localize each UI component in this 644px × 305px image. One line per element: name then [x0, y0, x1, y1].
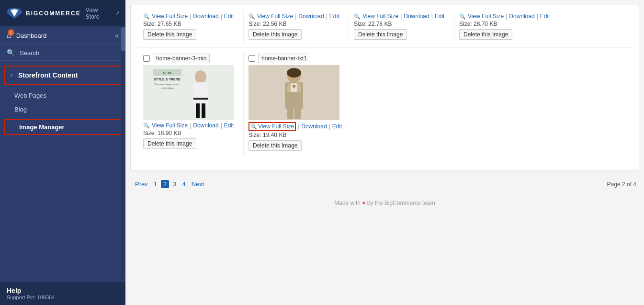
- sidebar-scroll-thumb: [121, 27, 125, 51]
- view-full-size-4[interactable]: View Full Size: [468, 13, 504, 20]
- download-4[interactable]: Download: [509, 13, 534, 20]
- main-content: 🔍 View Full Size | Download | Edit Size:…: [125, 0, 644, 305]
- image-manager-label: Image Manager: [19, 124, 65, 131]
- edit-1[interactable]: Edit: [224, 13, 234, 20]
- image-links-3: 🔍 View Full Size | Download | Edit: [354, 13, 449, 20]
- image-checkbox-5[interactable]: [143, 55, 150, 62]
- help-label: Help: [7, 287, 119, 294]
- delete-btn-1[interactable]: Delete this Image: [143, 29, 196, 40]
- external-link-icon: ↗: [115, 10, 120, 16]
- image-cell-4: 🔍 View Full Size | Download | Edit Size:…: [454, 10, 560, 45]
- storefront-arrow-icon: ‹: [11, 72, 12, 79]
- download-6[interactable]: Download: [301, 123, 327, 130]
- image-links-4: 🔍 View Full Size | Download | Edit: [459, 13, 555, 20]
- delete-btn-2[interactable]: Delete this Image: [249, 29, 302, 40]
- storefront-content-section: ‹ Storefront Content: [4, 66, 122, 85]
- image-links-1: 🔍 View Full Size | Download | Edit: [143, 13, 238, 20]
- notification-badge: 1: [8, 29, 14, 36]
- sidebar: BIGCOMMERCE View Store ↗ ⌂ 1 Dashboard «…: [0, 0, 125, 305]
- view-full-size-6[interactable]: View Full Size: [258, 123, 294, 130]
- sidebar-item-web-pages[interactable]: Web Pages: [0, 89, 125, 102]
- pagination-page-4[interactable]: 4: [180, 180, 187, 188]
- svg-point-23: [293, 85, 295, 88]
- zoom-icon-4: 🔍: [459, 13, 466, 20]
- logo-area: BIGCOMMERCE: [6, 6, 81, 21]
- pagination-next[interactable]: Next: [190, 180, 206, 188]
- image-size-1: Size: 27.65 KB: [143, 21, 238, 27]
- nav-sub-items: Web Pages Blog: [0, 87, 125, 118]
- image-size-2: Size: 22.56 KB: [249, 21, 344, 27]
- collapse-icon[interactable]: «: [115, 32, 119, 39]
- sidebar-scrollbar[interactable]: [121, 26, 125, 279]
- view-full-size-1[interactable]: View Full Size: [152, 13, 188, 20]
- image-filename-6: home-banner-txt1: [258, 54, 310, 63]
- main-footer: Made with ♥ by the BigCommerce team: [125, 193, 644, 211]
- dashboard-label: Dashboard: [16, 32, 111, 39]
- bigcommerce-logo-icon: [6, 6, 23, 21]
- download-5[interactable]: Download: [193, 122, 218, 129]
- view-full-size-3[interactable]: View Full Size: [362, 13, 398, 20]
- footer-text: Made with ♥ by the BigCommerce team: [334, 200, 435, 206]
- image-cell-1: 🔍 View Full Size | Download | Edit Size:…: [138, 10, 244, 45]
- svg-text:NEW: NEW: [163, 71, 172, 75]
- zoom-icon-2: 🔍: [249, 13, 255, 20]
- delete-btn-6[interactable]: Delete this Image: [249, 140, 302, 151]
- view-full-size-2[interactable]: View Full Size: [257, 13, 293, 20]
- pagination-page-1[interactable]: 1: [152, 180, 159, 188]
- zoom-icon-1: 🔍: [143, 13, 150, 20]
- edit-2[interactable]: Edit: [329, 13, 339, 20]
- search-nav-item[interactable]: 🔍 Search: [0, 45, 125, 61]
- view-store-link[interactable]: View Store: [86, 7, 111, 20]
- support-pin: Support Pin: 109364: [7, 294, 119, 300]
- svg-rect-12: [202, 103, 205, 118]
- filename-row-5: home-banner-3-min: [143, 54, 238, 63]
- image-size-4: Size: 28.70 KB: [459, 21, 555, 27]
- svg-rect-10: [193, 82, 208, 106]
- svg-text:STYLE & TREND: STYLE & TREND: [154, 78, 181, 81]
- sidebar-item-image-manager[interactable]: Image Manager: [4, 119, 122, 135]
- storefront-label: Storefront Content: [18, 71, 78, 79]
- pagination-page-3[interactable]: 3: [171, 180, 178, 188]
- storefront-header[interactable]: ‹ Storefront Content: [5, 67, 121, 84]
- top-image-row: 🔍 View Full Size | Download | Edit Size:…: [138, 10, 631, 48]
- download-3[interactable]: Download: [404, 13, 429, 20]
- image-cell-2: 🔍 View Full Size | Download | Edit Size:…: [244, 10, 349, 45]
- image-size-5: Size: 18.90 KB: [143, 130, 238, 136]
- image-thumb-5: NEW STYLE & TREND Two-tone design v-neck…: [143, 65, 234, 120]
- sidebar-item-blog[interactable]: Blog: [0, 102, 125, 116]
- page-info: Page 2 of 4: [607, 181, 636, 188]
- image-cell-5: home-banner-3-min NEW STYLE & TREND Two-…: [138, 51, 244, 156]
- image-checkbox-6[interactable]: [249, 55, 255, 62]
- dashboard-nav-item[interactable]: ⌂ 1 Dashboard «: [0, 26, 125, 45]
- delete-btn-4[interactable]: Delete this Image: [459, 29, 512, 40]
- edit-3[interactable]: Edit: [435, 13, 445, 20]
- content-area: 🔍 View Full Size | Download | Edit Size:…: [130, 5, 639, 170]
- sidebar-header: BIGCOMMERCE View Store ↗: [0, 0, 125, 26]
- search-icon: 🔍: [7, 49, 15, 56]
- delete-btn-3[interactable]: Delete this Image: [354, 29, 407, 40]
- svg-rect-13: [193, 98, 208, 100]
- edit-4[interactable]: Edit: [540, 13, 550, 20]
- zoom-icon-5: 🔍: [143, 123, 150, 129]
- edit-6[interactable]: Edit: [332, 123, 342, 130]
- zoom-icon-3: 🔍: [354, 13, 361, 20]
- image-cell-6: home-banner-txt1: [244, 51, 349, 156]
- pagination-bar: Prev 1 2 3 4 Next Page 2 of 4: [125, 175, 644, 193]
- sidebar-footer: Help Support Pin: 109364: [0, 282, 125, 305]
- svg-rect-11: [196, 103, 200, 118]
- image-size-6: Size: 19.40 KB: [249, 132, 344, 138]
- image-cell-3: 🔍 View Full Size | Download | Edit Size:…: [349, 10, 454, 45]
- edit-5[interactable]: Edit: [224, 122, 234, 129]
- download-2[interactable]: Download: [298, 13, 324, 20]
- svg-text:short sleeve: short sleeve: [161, 87, 174, 90]
- svg-rect-20: [287, 107, 294, 119]
- image-links-2: 🔍 View Full Size | Download | Edit: [249, 13, 344, 20]
- svg-point-22: [287, 68, 301, 78]
- svg-rect-21: [294, 107, 301, 119]
- view-full-size-5[interactable]: View Full Size: [152, 122, 188, 129]
- delete-btn-5[interactable]: Delete this Image: [143, 138, 196, 149]
- pagination-prev[interactable]: Prev: [133, 180, 150, 188]
- image-links-5: 🔍 View Full Size | Download | Edit: [143, 122, 238, 129]
- bottom-image-row: home-banner-3-min NEW STYLE & TREND Two-…: [138, 51, 631, 156]
- download-1[interactable]: Download: [193, 13, 218, 20]
